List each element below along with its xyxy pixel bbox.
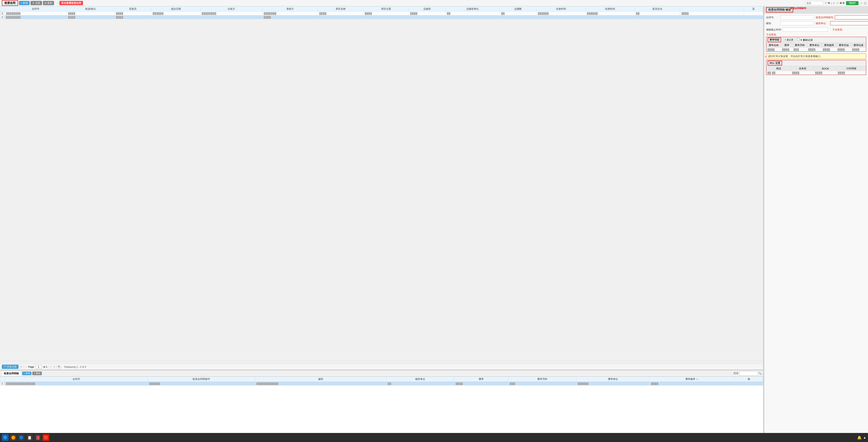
col-rownum-b bbox=[0, 377, 5, 382]
refresh-btn[interactable]: ↻ bbox=[57, 365, 61, 369]
lease-no-input[interactable] bbox=[835, 15, 868, 20]
tooltip-double-click: 双击查看租赁合同 bbox=[59, 1, 83, 5]
main-content: 合同号 租进/租出 贸易员 成交日期 出租方 承租方 库区名称 库区位置 总罐容… bbox=[0, 6, 868, 442]
mtm-tooltip: 进行盯市计算设置，可以在盯市计算器查看敞口。 bbox=[766, 54, 866, 59]
col-shared: 是否合仓 bbox=[634, 6, 680, 11]
col-fee-end: 费率结束 bbox=[851, 43, 866, 47]
page-input[interactable] bbox=[35, 365, 42, 369]
right-panel: 租赁合同明细-修改 ← 租赁合同明细号: 合同号: 租赁合同明细号: bbox=[764, 6, 868, 442]
top-table-scroll[interactable]: 合同号 租进/租出 贸易员 成交日期 出租方 承租方 库区名称 库区位置 总罐容… bbox=[0, 6, 763, 361]
new-button[interactable]: + 新增 bbox=[19, 1, 30, 5]
table-row[interactable]: ████ ████ ███ ████ ████ ████ ████ bbox=[767, 47, 866, 52]
col-tank-cap: 罐容 bbox=[255, 377, 386, 382]
grid-icon[interactable]: ⊞ bbox=[840, 2, 842, 4]
col-commodity: 商品 bbox=[767, 66, 791, 71]
top-icons: 中 ⚙ ↓ 👁 ⚡ ⊞ ⚙ bbox=[825, 1, 845, 5]
col-detail-no: 租赁合同明细号 bbox=[148, 377, 255, 382]
global-search[interactable] bbox=[805, 1, 823, 5]
taskbar-icon-4[interactable]: 📋 bbox=[26, 434, 33, 441]
bottom-search-input[interactable] bbox=[739, 371, 757, 375]
main-tab[interactable]: 租赁合同 bbox=[2, 1, 18, 5]
fee-rate-section: 费率明细 + 新记录 ✦ 删除记录 费率名称 费率 bbox=[766, 37, 866, 52]
lease-no-label: 租赁合同明细号: bbox=[816, 16, 834, 19]
col-rate-unit: 费率单位 bbox=[576, 377, 650, 382]
download-icon[interactable]: ↓ bbox=[831, 2, 832, 4]
col-fee-unit: 费率单位 bbox=[807, 43, 822, 47]
col-trade-date: 成交日期 bbox=[151, 6, 200, 11]
fee-delete-checkbox[interactable]: ✦ 删除记录 bbox=[797, 38, 813, 42]
eye-icon[interactable]: 👁 bbox=[833, 2, 835, 4]
col-business-group: 业务组 bbox=[791, 66, 814, 71]
col-effective-time: 生效时间 bbox=[536, 6, 585, 11]
last-page-btn[interactable]: » bbox=[53, 365, 56, 368]
page-label: Page bbox=[28, 366, 34, 368]
contract-no-input[interactable] bbox=[780, 15, 814, 20]
taskbar-icon-3[interactable]: 🔵 bbox=[18, 434, 25, 441]
minimize-icon[interactable]: － bbox=[860, 1, 863, 5]
first-page-btn[interactable]: « bbox=[20, 365, 23, 368]
taskbar-icon-1[interactable]: 🔷 bbox=[2, 434, 8, 441]
history-button[interactable]: ⏱ 历史记录 bbox=[2, 365, 19, 369]
maximize-icon[interactable]: □ bbox=[864, 1, 866, 5]
next-page-btn[interactable]: › bbox=[49, 365, 52, 368]
copy-button[interactable]: ⧉ 复制 bbox=[43, 1, 54, 5]
bottom-search-label: 搜索 bbox=[734, 372, 739, 375]
notification-bell-icon[interactable]: 🔔 bbox=[857, 436, 862, 440]
prev-page-btn[interactable]: ‹ bbox=[24, 365, 27, 368]
bottom-new-btn[interactable]: + 新增 bbox=[22, 372, 31, 375]
bottom-table-scroll[interactable]: 合同号 租赁合同明细号 罐容 罐容单位 费率 费率币种 费率单位 费率频率 ↑↓… bbox=[0, 377, 763, 436]
bottom-tab-label[interactable]: 租赁合同明细 bbox=[1, 371, 21, 376]
col-fee-start: 费率开始 bbox=[837, 43, 851, 47]
mtm-title: Mtm 设置 bbox=[768, 61, 782, 65]
mtm-table: 商品 业务组 BOOK 计价明细 ██ ██ ████ bbox=[766, 66, 866, 75]
lightning-icon[interactable]: ⚡ bbox=[836, 2, 839, 4]
tank-unit-label: 罐容单位: bbox=[816, 22, 829, 25]
confirm-date-input[interactable] bbox=[782, 28, 828, 32]
col-rate: 费率 bbox=[454, 377, 508, 382]
settings-icon[interactable]: ⚙ bbox=[828, 2, 830, 4]
col-contract-no: 合同号 bbox=[5, 6, 67, 11]
col-rownum bbox=[0, 6, 5, 11]
taskbar-icon-2[interactable]: 🟠 bbox=[10, 434, 17, 441]
tank-unit-input[interactable] bbox=[830, 21, 868, 25]
col-warehouse: 库区名称 bbox=[318, 6, 363, 11]
table-row[interactable]: 1 ████████████████ ██████ ████████████ █… bbox=[0, 382, 763, 385]
row-num: 1 bbox=[0, 11, 5, 15]
top-section: 合同号 租进/租出 贸易员 成交日期 出租方 承租方 库区名称 库区位置 总罐容… bbox=[0, 6, 763, 370]
tank-cap-input[interactable] bbox=[780, 21, 814, 25]
col-rate-currency: 费率币种 bbox=[508, 377, 577, 382]
arrow-icon: ← bbox=[764, 55, 768, 59]
gear-icon[interactable]: ⚙ bbox=[842, 2, 845, 4]
mtm-header: Mtm 设置 bbox=[766, 60, 866, 66]
of-label: of 1 bbox=[43, 366, 47, 368]
right-panel-body: 合同号: 租赁合同明细号: 罐容: 罐容单位: bbox=[764, 13, 868, 435]
table-row[interactable]: 2 ████████ ████ ████ ████ bbox=[0, 15, 763, 19]
lang-icon[interactable]: 中 bbox=[825, 1, 827, 5]
tank-cap-row: 罐容: bbox=[766, 21, 814, 25]
fee-new-record-btn[interactable]: + 新记录 bbox=[783, 38, 795, 42]
col-location: 库区位置 bbox=[363, 6, 409, 11]
table-row[interactable]: 1 ████████ ████ ████ ██████ ████████ ███… bbox=[0, 11, 763, 15]
taskbar-arrow-icon[interactable]: ▲ bbox=[863, 436, 866, 439]
bottom-toolbar: 租赁合同明细 + 新增 ✦ 删除 搜索 🔍 bbox=[0, 370, 763, 377]
col-cap-unit: 总罐容单位 bbox=[445, 6, 500, 11]
col-other: 其 bbox=[744, 6, 763, 11]
row-num: 2 bbox=[0, 15, 5, 19]
col-end-time: 结束时间 bbox=[585, 6, 634, 11]
confirm-date-label: 储罐截止时间: bbox=[766, 28, 782, 31]
fee-rate-header: 费率明细 + 新记录 ✦ 删除记录 bbox=[766, 37, 866, 43]
taskbar-icon-5[interactable]: 📕 bbox=[34, 434, 41, 441]
contract-table: 合同号 租进/租出 贸易员 成交日期 出租方 承租方 库区名称 库区位置 总罐容… bbox=[0, 6, 763, 19]
search-icon[interactable]: 🔍 bbox=[758, 372, 762, 375]
h-scrollbar[interactable] bbox=[0, 361, 763, 364]
row-num: 1 bbox=[0, 382, 5, 385]
col-total-cap: 总罐容 bbox=[409, 6, 445, 11]
col-contract-no-b: 合同号 bbox=[5, 377, 148, 382]
col-book: BOOK bbox=[814, 66, 837, 71]
migrate-button[interactable]: ✦ 迁移 bbox=[31, 1, 42, 5]
col-fee-currency: 费率币种 bbox=[793, 43, 807, 47]
col-rent-type: 租进/租出 bbox=[67, 6, 115, 11]
taskbar-icon-6[interactable]: 🟥 bbox=[42, 434, 49, 441]
bottom-delete-btn[interactable]: ✦ 删除 bbox=[32, 372, 42, 375]
table-row[interactable]: ██ ██ ████ ████ ████ bbox=[767, 71, 866, 75]
